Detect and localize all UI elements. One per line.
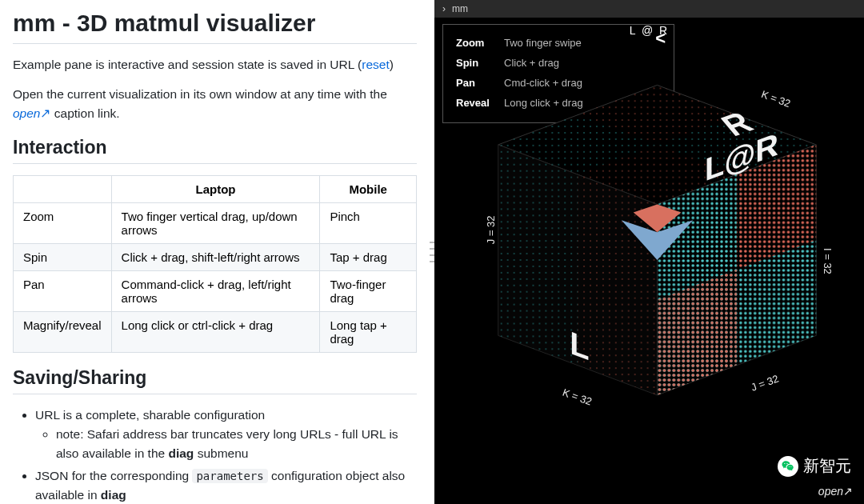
table-row: Pan Command-click + drag, left/right arr…: [14, 270, 417, 311]
watermark-text: 新智元: [803, 455, 851, 477]
intro-line-1: Example pane is interactive and session …: [13, 55, 417, 74]
code-parameters: parameters: [192, 469, 267, 483]
dim-label: J = 32: [485, 216, 497, 245]
wechat-icon: [778, 456, 798, 477]
face-label-l: L: [570, 325, 589, 367]
dim-label: K = 32: [760, 88, 793, 110]
page-title: mm - 3D matmul visualizer: [13, 10, 417, 44]
external-arrow-icon: ↗: [843, 485, 853, 498]
section-saving: Saving/Sharing: [13, 367, 417, 394]
list-item: note: Safari address bar truncates very …: [56, 425, 417, 463]
dim-label: J = 32: [750, 373, 781, 394]
chevron-right-icon: ›: [442, 3, 446, 14]
hud-collapse-icon[interactable]: <: [655, 28, 666, 49]
table-head-mobile: Mobile: [320, 175, 417, 202]
dim-label: K = 32: [561, 386, 594, 408]
watermark: 新智元: [778, 455, 851, 477]
saving-list: URL is a complete, sharable configuratio…: [13, 406, 417, 504]
dim-label: I = 32: [822, 248, 834, 274]
svg-marker-11: [578, 174, 657, 395]
list-item: URL is a complete, sharable configuratio…: [35, 406, 417, 463]
table-row: Magnify/reveal Long click or ctrl-click …: [14, 311, 417, 352]
table-head-laptop: Laptop: [111, 175, 320, 202]
breadcrumb-item[interactable]: mm: [452, 3, 468, 14]
open-link-right[interactable]: open↗: [818, 485, 853, 498]
reset-link[interactable]: reset: [362, 58, 389, 71]
section-interaction: Interaction: [13, 137, 417, 164]
doc-pane: mm - 3D matmul visualizer Example pane i…: [0, 0, 430, 504]
intro-line-2: Open the current visualization in its ow…: [13, 85, 417, 122]
breadcrumb: › mm: [434, 0, 864, 18]
external-arrow-icon: ↗: [40, 106, 50, 120]
open-link[interactable]: open↗: [13, 106, 50, 120]
visualizer-pane[interactable]: › mm L @ R < ZoomTwo finger swipe SpinCl…: [434, 0, 864, 504]
table-head-blank: [14, 175, 112, 202]
svg-marker-10: [498, 145, 578, 365]
cube-visualization[interactable]: R L L@R K = 32 J = 32 K = 32: [466, 48, 848, 472]
interaction-table: Laptop Mobile Zoom Two finger vertical d…: [13, 175, 417, 353]
table-row: Zoom Two finger vertical drag, up/down a…: [14, 202, 417, 243]
list-item: JSON for the corresponding parameters co…: [35, 466, 417, 504]
table-row: Spin Click + drag, shift-left/right arro…: [14, 243, 417, 270]
